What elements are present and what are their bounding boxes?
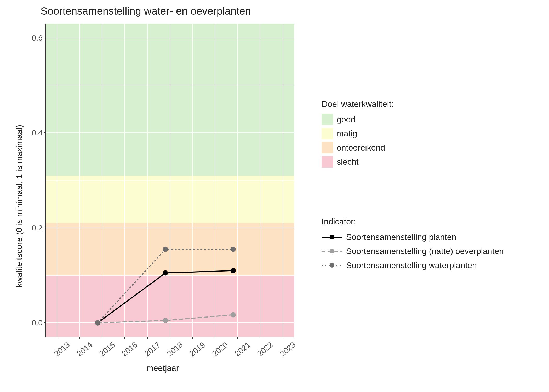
legend-swatch: [322, 114, 333, 125]
x-tick-label: 2014: [75, 340, 94, 358]
legend-series-item: Soortensamenstelling (natte) oeverplante…: [322, 245, 504, 257]
x-axis-label: meetjaar: [146, 363, 179, 373]
legend-series-title: Indicator:: [322, 217, 504, 227]
legend-band-item: goed: [322, 114, 394, 125]
svg-point-3: [330, 249, 334, 253]
legend-label: Soortensamenstelling planten: [346, 232, 456, 242]
plot-panel: 0.00.20.40.62013201420152016201720182019…: [46, 24, 294, 337]
data-point: [163, 318, 168, 323]
x-tick-label: 2020: [210, 340, 230, 358]
svg-point-5: [330, 263, 334, 268]
x-tick-label: 2015: [98, 340, 117, 358]
series-line: [98, 249, 233, 323]
x-tick-label: 2019: [188, 340, 207, 358]
legend-series-item: Soortensamenstelling planten: [322, 231, 504, 243]
data-point: [163, 270, 168, 276]
legend-label: matig: [337, 129, 357, 139]
legend-label: Soortensamenstelling waterplanten: [346, 261, 477, 270]
data-point: [95, 320, 100, 325]
chart-title: Soortensamenstelling water- en oeverplan…: [41, 5, 251, 17]
legend-line-swatch: [322, 233, 342, 241]
legend-label: ontoereikend: [337, 143, 385, 153]
x-tick-label: 2021: [233, 340, 252, 358]
y-axis-label: kwaliteitscore (0 is minimaal, 1 is maxi…: [14, 125, 24, 287]
chart-figure: Soortensamenstelling water- en oeverplan…: [0, 0, 549, 392]
x-tick-label: 2023: [278, 340, 297, 358]
legend-band-item: ontoereikend: [322, 142, 394, 153]
legend-bands-title: Doel waterkwaliteit:: [322, 99, 394, 109]
data-point: [231, 312, 236, 318]
x-tick-label: 2018: [165, 340, 184, 358]
legend-series: Indicator: Soortensamenstelling plantenS…: [322, 217, 504, 274]
x-tick-label: 2016: [120, 340, 139, 358]
legend-band-item: matig: [322, 128, 394, 139]
series-layer: [46, 24, 294, 337]
series-line: [98, 270, 233, 323]
legend-line-swatch: [322, 261, 342, 269]
data-point: [231, 268, 236, 273]
y-tick-label: 0.2: [32, 223, 43, 232]
svg-point-1: [330, 235, 334, 239]
legend-label: slecht: [337, 157, 359, 167]
legend-series-item: Soortensamenstelling waterplanten: [322, 260, 504, 271]
y-tick-label: 0.0: [32, 318, 43, 327]
legend-label: Soortensamenstelling (natte) oeverplante…: [346, 246, 504, 256]
data-point: [231, 247, 236, 252]
data-point: [163, 247, 168, 252]
y-tick-label: 0.6: [32, 33, 43, 42]
legend-swatch: [322, 156, 333, 168]
y-tick-label: 0.4: [32, 128, 43, 137]
x-tick-label: 2022: [256, 340, 275, 358]
legend-swatch: [322, 128, 333, 139]
legend-line-swatch: [322, 247, 342, 255]
x-tick-label: 2013: [52, 340, 71, 358]
legend-band-item: slecht: [322, 156, 394, 168]
legend-bands: Doel waterkwaliteit: goedmatigontoereike…: [322, 99, 394, 170]
legend-label: goed: [337, 115, 355, 124]
x-tick-label: 2017: [143, 340, 162, 358]
legend-swatch: [322, 142, 333, 153]
